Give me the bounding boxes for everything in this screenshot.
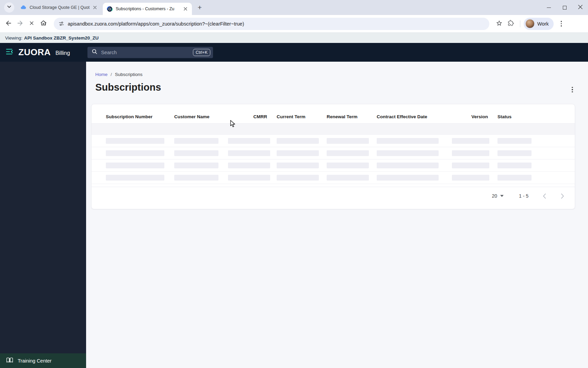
close-tab-icon[interactable]: [182, 6, 189, 12]
training-center-button[interactable]: Training Center: [0, 353, 86, 368]
puzzle-icon: [508, 20, 514, 28]
tab-subscriptions[interactable]: Subscriptions - Customers - Zu: [103, 3, 192, 15]
caret-down-icon: [500, 195, 504, 197]
page-size-select[interactable]: 20: [492, 193, 504, 199]
tab-cloud-storage-quote[interactable]: Cloud Storage Quote GE | Quot: [16, 0, 101, 15]
stop-loading-button[interactable]: [26, 18, 37, 30]
collapse-menu-button[interactable]: [3, 46, 17, 59]
bookmark-button[interactable]: [493, 18, 505, 30]
maximize-button[interactable]: [557, 0, 572, 15]
env-prefix: Viewing:: [5, 35, 22, 41]
close-window-button[interactable]: [572, 0, 588, 15]
app-header: ZUORA Billing Search Ctrl+K: [0, 43, 588, 62]
breadcrumb-separator: /: [111, 72, 112, 77]
breadcrumb: Home / Subscriptions: [95, 72, 588, 77]
tab-title: Cloud Storage Quote GE | Quot: [30, 5, 90, 10]
screen: Cloud Storage Quote GE | Quot Subscripti…: [0, 0, 588, 368]
environment-bar: Viewing: API Sandbox ZBZR_System20_ZU: [0, 33, 588, 43]
pagination: 20 1 - 5: [92, 187, 575, 205]
url-bar[interactable]: apisandbox.zuora.com/platform/apps/com_z…: [54, 18, 489, 30]
kebab-icon: [561, 21, 562, 27]
column-header-renewal-term[interactable]: Renewal Term: [322, 114, 372, 119]
search-placeholder: Search: [101, 50, 193, 55]
avatar: [525, 19, 535, 28]
table-row-loading: [92, 124, 575, 135]
tab-search-button[interactable]: [4, 2, 14, 13]
page-title: Subscriptions: [95, 82, 588, 93]
stop-icon: [29, 20, 35, 28]
breadcrumb-current: Subscriptions: [115, 72, 143, 77]
url-text: apisandbox.zuora.com/platform/apps/com_z…: [68, 21, 244, 27]
column-header-contract-effective-date[interactable]: Contract Effective Date: [372, 114, 447, 119]
chevron-down-icon: [7, 4, 12, 11]
browser-menu-button[interactable]: [556, 18, 567, 30]
column-header-status[interactable]: Status: [493, 114, 575, 119]
tab-title: Subscriptions - Customers - Zu: [116, 6, 180, 11]
minimize-button[interactable]: [541, 0, 557, 15]
extensions-button[interactable]: [505, 18, 517, 30]
column-header-current-term[interactable]: Current Term: [272, 114, 322, 119]
breadcrumb-home-link[interactable]: Home: [95, 72, 108, 77]
site-info-icon[interactable]: [59, 21, 64, 27]
table-row-skeleton: [92, 147, 575, 159]
star-icon: [496, 20, 503, 28]
home-button[interactable]: [37, 18, 49, 30]
forward-button[interactable]: [14, 18, 26, 30]
page-size-value: 20: [492, 193, 497, 199]
table-row-skeleton: [92, 159, 575, 172]
column-header-version[interactable]: Version: [447, 114, 493, 119]
column-header-cmrr[interactable]: CMRR: [223, 114, 272, 119]
page-nav: [540, 192, 566, 200]
toolbar-divider: [520, 20, 520, 27]
browser-tabstrip: Cloud Storage Quote GE | Quot Subscripti…: [0, 0, 588, 15]
profile-name: Work: [537, 21, 549, 27]
search-icon: [92, 49, 98, 56]
zuora-icon: [107, 6, 113, 12]
back-icon: [5, 19, 12, 28]
cloud-icon: [20, 4, 27, 11]
window-controls: [541, 0, 588, 15]
kebab-icon: [572, 87, 573, 93]
minimize-icon: [547, 7, 551, 8]
browser-toolbar: apisandbox.zuora.com/platform/apps/com_z…: [0, 15, 588, 33]
zuora-logo: ZUORA: [18, 47, 51, 58]
product-name: Billing: [55, 50, 70, 56]
table-row-skeleton: [92, 172, 575, 184]
toolbar-right: Work: [493, 18, 567, 30]
maximize-icon: [563, 6, 567, 10]
close-tab-icon[interactable]: [92, 4, 98, 11]
sidebar: Training Center: [0, 62, 86, 368]
subscriptions-table-card: Subscription Number Customer Name CMRR C…: [91, 104, 575, 209]
menu-collapse-icon: [6, 48, 15, 57]
book-icon: [6, 357, 13, 365]
table-header-row: Subscription Number Customer Name CMRR C…: [92, 104, 575, 124]
column-header-subscription-number[interactable]: Subscription Number: [101, 114, 169, 119]
profile-chip[interactable]: Work: [524, 18, 554, 30]
next-page-button[interactable]: [559, 192, 566, 200]
app-body: Training Center Home / Subscriptions Sub…: [0, 62, 588, 368]
search-shortcut-badge: Ctrl+K: [193, 49, 210, 56]
forward-icon: [16, 19, 24, 28]
main-content: Home / Subscriptions Subscriptions Subsc…: [86, 62, 588, 368]
back-button[interactable]: [3, 18, 14, 30]
training-center-label: Training Center: [18, 358, 51, 364]
table-row-skeleton: [92, 135, 575, 147]
page-range: 1 - 5: [519, 193, 528, 199]
close-icon: [578, 4, 583, 11]
prev-page-button[interactable]: [540, 192, 548, 200]
new-tab-button[interactable]: +: [195, 2, 205, 13]
home-icon: [40, 19, 47, 28]
env-value: API Sandbox ZBZR_System20_ZU: [24, 35, 99, 41]
page-actions-menu-button[interactable]: [568, 85, 577, 94]
global-search-input[interactable]: Search Ctrl+K: [87, 47, 213, 58]
column-header-customer-name[interactable]: Customer Name: [169, 114, 223, 119]
